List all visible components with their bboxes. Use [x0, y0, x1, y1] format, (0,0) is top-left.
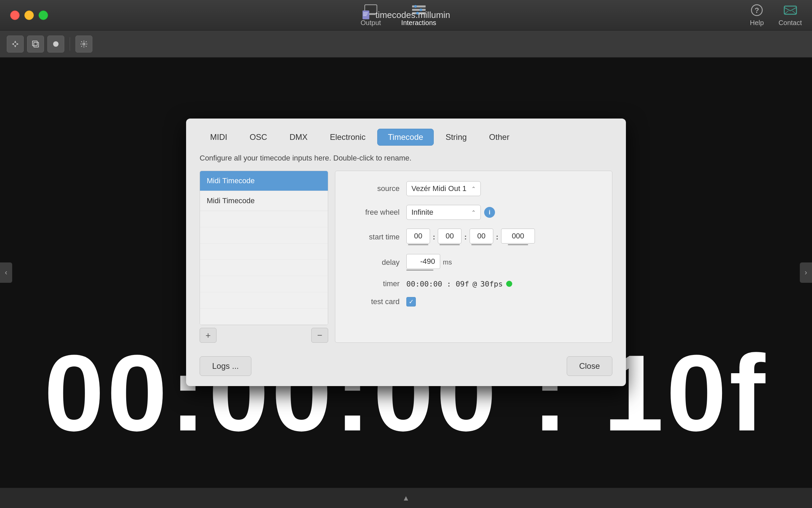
titlebar: timecodes.millumin Output [0, 0, 812, 30]
time-sep-3: : [496, 233, 498, 241]
list-item-empty-2 [200, 211, 328, 227]
maximize-window-button[interactable] [39, 10, 48, 20]
svg-rect-2 [363, 14, 367, 15]
timer-fps: 30fps [480, 280, 503, 288]
tab-osc[interactable]: OSC [239, 129, 278, 146]
timecode-list-container: Midi Timecode Midi Timecode + [200, 171, 328, 343]
tab-string[interactable]: String [435, 129, 477, 146]
test-card-value: ✓ [406, 297, 416, 306]
toolbar-separator [70, 37, 70, 51]
dialog-body: Midi Timecode Midi Timecode + [200, 171, 612, 343]
freewheel-select-value: Infinite [411, 208, 433, 217]
dialog-content: MIDI OSC DMX Electronic Timecode String … [186, 119, 626, 386]
timer-label: timer [345, 279, 400, 288]
svg-rect-3 [363, 15, 366, 16]
interactions-dialog: MIDI OSC DMX Electronic Timecode String … [186, 119, 626, 386]
contact-icon [782, 3, 798, 17]
nav-label-contact: Contact [779, 19, 802, 27]
time-col-ff: 000 [501, 229, 535, 245]
nav-item-help[interactable]: ? Help [749, 3, 765, 27]
list-item-empty-8 [200, 309, 328, 325]
delay-field: -490 ms [406, 254, 452, 271]
time-field-hh[interactable]: 00 [406, 229, 430, 244]
slider-ss[interactable] [471, 244, 492, 245]
timer-active-indicator [506, 281, 512, 287]
timer-row: timer 00:00:00 : 09f @ 30fps [345, 279, 602, 288]
settings-button[interactable] [75, 36, 92, 52]
traffic-lights [10, 10, 48, 20]
start-time-value: 00 : 00 : [406, 229, 535, 245]
source-select-arrow-icon: ⌃ [471, 186, 476, 192]
test-card-checkbox[interactable]: ✓ [406, 297, 416, 306]
delay-unit: ms [443, 258, 452, 266]
timer-display: 00:00:00 : 09f @ 30fps [406, 280, 512, 288]
nav-item-contact[interactable]: Contact [779, 3, 802, 27]
source-value: Vezér Midi Out 1 ⌃ [406, 181, 481, 196]
tab-bar: MIDI OSC DMX Electronic Timecode String … [200, 129, 612, 146]
close-button[interactable]: Close [567, 356, 612, 376]
tab-electronic[interactable]: Electronic [319, 129, 376, 146]
time-field-ss[interactable]: 00 [470, 229, 493, 244]
svg-point-22 [53, 41, 59, 47]
time-fields: 00 : 00 : [406, 229, 535, 245]
file-icon [362, 10, 371, 20]
dialog-overlay: MIDI OSC DMX Electronic Timecode String … [0, 115, 812, 467]
logs-button[interactable]: Logs ... [200, 356, 251, 376]
record-tool-button[interactable] [47, 36, 64, 52]
minimize-window-button[interactable] [24, 10, 34, 20]
close-window-button[interactable] [10, 10, 20, 20]
list-item-1[interactable]: Midi Timecode [200, 191, 328, 211]
crop-tool-button[interactable] [27, 36, 44, 52]
dialog-description: Configure all your timecode inputs here.… [200, 154, 612, 163]
bottom-arrow-icon[interactable]: ▲ [402, 494, 410, 503]
tab-dmx[interactable]: DMX [279, 129, 318, 146]
freewheel-value: Infinite ⌃ i [406, 205, 495, 220]
slider-mm[interactable] [439, 244, 460, 245]
nav-label-help: Help [750, 19, 764, 27]
add-timecode-button[interactable]: + [200, 328, 217, 343]
svg-text:?: ? [754, 6, 759, 15]
window-title: timecodes.millumin [375, 10, 450, 20]
time-col-hh: 00 [406, 229, 430, 245]
source-select[interactable]: Vezér Midi Out 1 ⌃ [406, 181, 481, 196]
list-item-empty-5 [200, 260, 328, 276]
list-item-0[interactable]: Midi Timecode [200, 171, 328, 191]
help-icon: ? [749, 3, 765, 17]
freewheel-info-button[interactable]: i [484, 207, 495, 218]
slider-hh[interactable] [408, 244, 428, 245]
main-area: 00:00:00 : 10f ‹ › MIDI OSC DMX Electron… [0, 58, 812, 488]
remove-timecode-button[interactable]: − [311, 328, 328, 343]
source-row: source Vezér Midi Out 1 ⌃ [345, 181, 602, 196]
delay-row: delay -490 ms [345, 254, 602, 271]
delay-slider[interactable] [406, 270, 433, 271]
freewheel-row: free wheel Infinite ⌃ i [345, 205, 602, 220]
time-sep-1: : [433, 233, 435, 241]
list-item-empty-4 [200, 244, 328, 260]
svg-rect-1 [363, 13, 368, 13]
freewheel-select[interactable]: Infinite ⌃ [406, 205, 481, 220]
svg-rect-0 [362, 10, 369, 19]
tab-timecode[interactable]: Timecode [377, 129, 433, 146]
slider-ff[interactable] [508, 244, 528, 245]
timer-at: @ [472, 280, 477, 288]
delay-col: -490 [406, 254, 440, 271]
delay-input[interactable]: -490 [406, 254, 440, 269]
tab-other[interactable]: Other [479, 129, 520, 146]
timer-value: 00:00:00 : 09f [406, 280, 469, 288]
time-field-ff[interactable]: 000 [501, 229, 535, 244]
test-card-label: test card [345, 297, 400, 306]
svg-point-23 [83, 43, 85, 45]
source-label: source [345, 184, 400, 193]
time-col-mm: 00 [438, 229, 461, 245]
tab-midi[interactable]: MIDI [200, 129, 238, 146]
svg-line-16 [784, 7, 790, 11]
move-tool-button[interactable] [7, 36, 24, 52]
start-time-label: start time [345, 233, 400, 241]
svg-line-17 [790, 7, 796, 11]
test-card-row: test card ✓ [345, 297, 602, 306]
toolbar: Canvas Light [0, 30, 812, 58]
timer-value-container: 00:00:00 : 09f @ 30fps [406, 280, 512, 288]
bottom-bar: ▲ [0, 488, 812, 508]
time-field-mm[interactable]: 00 [438, 229, 461, 244]
start-time-row: start time 00 : 00 [345, 229, 602, 245]
